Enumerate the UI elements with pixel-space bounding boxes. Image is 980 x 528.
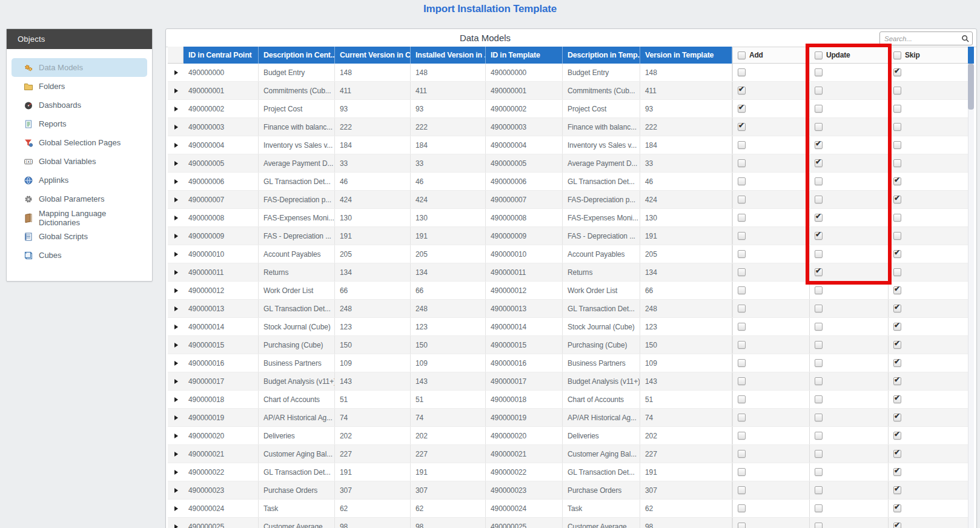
skip-checkbox[interactable] bbox=[893, 341, 901, 349]
row-expander[interactable] bbox=[168, 463, 184, 481]
row-expander[interactable] bbox=[168, 481, 184, 499]
table-row[interactable]: 490000023Purchase Orders307307490000023P… bbox=[168, 481, 968, 500]
search-icon[interactable] bbox=[959, 32, 972, 45]
update-checkbox[interactable] bbox=[815, 377, 823, 385]
skip-select-all-checkbox[interactable] bbox=[893, 51, 901, 59]
add-checkbox[interactable] bbox=[738, 196, 746, 203]
update-checkbox[interactable] bbox=[815, 123, 823, 131]
skip-checkbox[interactable] bbox=[893, 268, 901, 276]
add-checkbox[interactable] bbox=[738, 359, 746, 367]
update-checkbox[interactable] bbox=[815, 395, 823, 403]
update-checkbox[interactable] bbox=[815, 341, 823, 349]
add-checkbox[interactable] bbox=[738, 105, 746, 113]
column-header-id-in-template[interactable]: ID in Template bbox=[486, 47, 563, 64]
row-expander[interactable] bbox=[168, 409, 184, 426]
sidebar-item-global-variables[interactable]: (x)Global Variables bbox=[12, 152, 147, 171]
skip-checkbox[interactable] bbox=[893, 68, 901, 76]
table-row[interactable]: 490000021Customer Aging Bal...2272274900… bbox=[168, 445, 968, 463]
row-expander[interactable] bbox=[168, 64, 184, 81]
update-checkbox[interactable] bbox=[815, 523, 823, 528]
table-row[interactable]: 490000016Business Partners10910949000001… bbox=[168, 354, 968, 372]
add-checkbox[interactable] bbox=[738, 268, 746, 276]
table-row[interactable]: 490000011Returns134134490000011Returns13… bbox=[168, 263, 968, 282]
table-row[interactable]: 490000007FAS-Depreciation p...4244244900… bbox=[168, 191, 968, 209]
table-row[interactable]: 490000018Chart of Accounts5151490000018C… bbox=[168, 391, 968, 409]
table-row[interactable]: 490000010Account Payables205205490000010… bbox=[168, 245, 968, 263]
table-row[interactable]: 490000004Inventory vs Sales v...18418449… bbox=[168, 136, 968, 154]
scrollbar-thumb[interactable] bbox=[968, 64, 974, 110]
table-row[interactable]: 490000024Task6262490000024Task62 bbox=[168, 500, 968, 518]
skip-checkbox[interactable] bbox=[893, 286, 901, 294]
row-expander[interactable] bbox=[168, 391, 184, 408]
skip-checkbox[interactable] bbox=[893, 395, 901, 403]
skip-checkbox[interactable] bbox=[893, 159, 901, 167]
update-checkbox[interactable] bbox=[815, 105, 823, 113]
table-row[interactable]: 490000001Commitments (Cub...411411490000… bbox=[168, 82, 968, 100]
sidebar-item-data-models[interactable]: Data Models bbox=[12, 58, 147, 77]
update-checkbox[interactable] bbox=[815, 305, 823, 312]
skip-checkbox[interactable] bbox=[893, 414, 901, 421]
sidebar-item-dashboards[interactable]: Dashboards bbox=[12, 96, 147, 114]
update-checkbox[interactable] bbox=[815, 141, 823, 149]
update-checkbox[interactable] bbox=[815, 87, 823, 94]
row-expander[interactable] bbox=[168, 118, 184, 136]
column-header-installed-version-in[interactable]: Installed Version in ... bbox=[411, 47, 486, 64]
row-expander[interactable] bbox=[168, 154, 184, 172]
update-checkbox[interactable] bbox=[815, 450, 823, 458]
table-row[interactable]: 490000003Finance with balanc...222222490… bbox=[168, 118, 968, 136]
skip-checkbox[interactable] bbox=[893, 432, 901, 440]
update-checkbox[interactable] bbox=[815, 286, 823, 294]
skip-checkbox[interactable] bbox=[893, 486, 901, 494]
row-expander[interactable] bbox=[168, 300, 184, 317]
table-row[interactable]: 490000022GL Transaction Det...1911914900… bbox=[168, 463, 968, 481]
skip-checkbox[interactable] bbox=[893, 232, 901, 240]
add-checkbox[interactable] bbox=[738, 504, 746, 512]
add-checkbox[interactable] bbox=[738, 250, 746, 258]
skip-checkbox[interactable] bbox=[893, 305, 901, 312]
add-checkbox[interactable] bbox=[738, 432, 746, 440]
table-row[interactable]: 490000000Budget Entry148148490000000Budg… bbox=[168, 64, 968, 82]
skip-checkbox[interactable] bbox=[893, 468, 901, 476]
add-checkbox[interactable] bbox=[738, 377, 746, 385]
update-checkbox[interactable] bbox=[815, 323, 823, 331]
table-row[interactable]: 490000015Purchasing (Cube)15015049000001… bbox=[168, 336, 968, 354]
add-checkbox[interactable] bbox=[738, 232, 746, 240]
skip-checkbox[interactable] bbox=[893, 123, 901, 131]
row-expander[interactable] bbox=[168, 336, 184, 354]
update-checkbox[interactable] bbox=[815, 159, 823, 167]
update-checkbox[interactable] bbox=[815, 68, 823, 76]
sidebar-item-reports[interactable]: Reports bbox=[12, 114, 147, 133]
row-expander[interactable] bbox=[168, 173, 184, 190]
update-checkbox[interactable] bbox=[815, 250, 823, 258]
skip-checkbox[interactable] bbox=[893, 87, 901, 94]
row-expander[interactable] bbox=[168, 191, 184, 208]
table-row[interactable]: 490000012Work Order List6666490000012Wor… bbox=[168, 282, 968, 300]
row-expander[interactable] bbox=[168, 245, 184, 263]
add-checkbox[interactable] bbox=[738, 414, 746, 421]
update-checkbox[interactable] bbox=[815, 359, 823, 367]
add-checkbox[interactable] bbox=[738, 68, 746, 76]
add-checkbox[interactable] bbox=[738, 468, 746, 476]
add-select-all-checkbox[interactable] bbox=[738, 51, 746, 59]
column-header-description-in-temp[interactable]: Description in Temp... bbox=[563, 47, 640, 64]
table-row[interactable]: 490000020Deliveries202202490000020Delive… bbox=[168, 427, 968, 445]
add-checkbox[interactable] bbox=[738, 323, 746, 331]
sidebar-item-mapping-language-dictionaries[interactable]: Mapping Language Dictionaries bbox=[12, 208, 147, 227]
skip-checkbox[interactable] bbox=[893, 214, 901, 222]
row-expander[interactable] bbox=[168, 282, 184, 299]
add-checkbox[interactable] bbox=[738, 214, 746, 222]
update-checkbox[interactable] bbox=[815, 232, 823, 240]
table-row[interactable]: 490000019AP/AR Historical Ag...747449000… bbox=[168, 409, 968, 427]
skip-checkbox[interactable] bbox=[893, 359, 901, 367]
add-checkbox[interactable] bbox=[738, 395, 746, 403]
skip-checkbox[interactable] bbox=[893, 141, 901, 149]
row-expander[interactable] bbox=[168, 427, 184, 444]
table-row[interactable]: 490000009FAS - Depreciation ...191191490… bbox=[168, 227, 968, 245]
add-checkbox[interactable] bbox=[738, 286, 746, 294]
skip-checkbox[interactable] bbox=[893, 450, 901, 458]
table-row[interactable]: 490000014Stock Journal (Cube)12312349000… bbox=[168, 318, 968, 336]
table-row[interactable]: 490000006GL Transaction Det...4646490000… bbox=[168, 173, 968, 191]
update-checkbox[interactable] bbox=[815, 504, 823, 512]
table-row[interactable]: 490000008FAS-Expenses Moni...13013049000… bbox=[168, 209, 968, 227]
row-expander[interactable] bbox=[168, 500, 184, 517]
